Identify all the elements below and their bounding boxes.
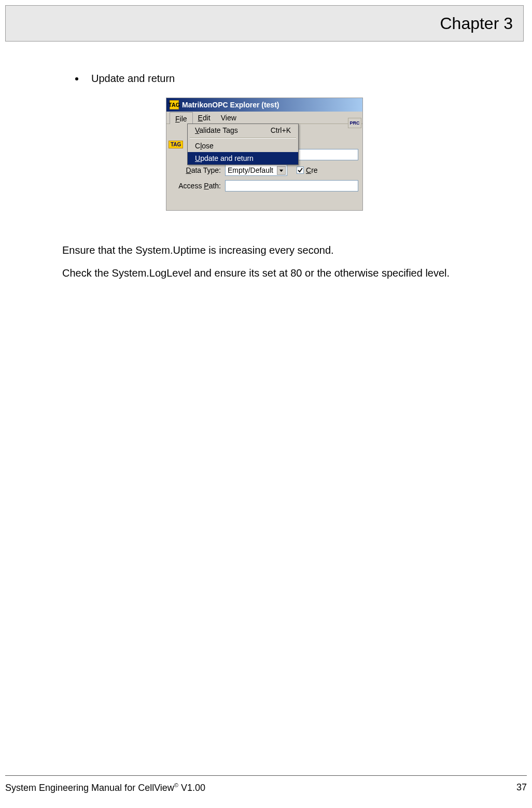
chevron-down-icon bbox=[277, 166, 286, 175]
menu-validate-tags[interactable]: Validate Tags Ctrl+K bbox=[188, 124, 298, 136]
bullet-item: Update and return bbox=[62, 73, 467, 85]
menu-view[interactable]: View bbox=[216, 112, 242, 124]
instruction-loglevel: Check the System.LogLevel and ensure its… bbox=[62, 265, 467, 281]
svg-marker-0 bbox=[279, 169, 283, 172]
create-checkbox[interactable] bbox=[297, 167, 304, 174]
app-icon: TAG bbox=[170, 100, 179, 109]
menu-update-and-return[interactable]: Update and return bbox=[188, 152, 298, 165]
shortcut-label: Ctrl+K bbox=[271, 126, 291, 134]
bullet-text: Update and return bbox=[91, 73, 175, 85]
file-dropdown: Validate Tags Ctrl+K Close Update and re… bbox=[187, 124, 299, 165]
app-window: TAG MatrikonOPC Explorer (test) File Edi… bbox=[166, 98, 363, 211]
tag-badge-icon: TAG bbox=[169, 141, 183, 148]
chapter-title: Chapter 3 bbox=[440, 14, 513, 33]
page-footer: System Engineering Manual for CellView© … bbox=[5, 775, 527, 793]
data-type-select[interactable]: Empty/Default bbox=[225, 165, 287, 176]
menu-close[interactable]: Close bbox=[188, 140, 298, 152]
instruction-uptime: Ensure that the System.Uptime is increas… bbox=[62, 242, 467, 258]
create-checkbox-label: Cre bbox=[306, 166, 318, 174]
access-path-label: Access Path: bbox=[171, 182, 225, 190]
window-titlebar: TAG MatrikonOPC Explorer (test) bbox=[166, 98, 362, 112]
page-number: 37 bbox=[516, 782, 527, 793]
page-header: Chapter 3 bbox=[5, 5, 524, 42]
access-path-input[interactable] bbox=[225, 180, 358, 191]
toolbar-button-partial[interactable]: PRC bbox=[348, 118, 361, 128]
menubar: File Edit View bbox=[166, 112, 362, 124]
window-title: MatrikonOPC Explorer (test) bbox=[182, 101, 279, 109]
data-type-label: Data Type: bbox=[171, 166, 225, 174]
data-type-value: Empty/Default bbox=[228, 166, 273, 174]
menu-separator bbox=[190, 138, 296, 139]
menu-file[interactable]: File bbox=[170, 112, 193, 124]
footer-doc-title: System Engineering Manual for CellView© … bbox=[5, 782, 205, 793]
bullet-dot-icon bbox=[75, 77, 78, 80]
menu-edit[interactable]: Edit bbox=[193, 112, 216, 124]
